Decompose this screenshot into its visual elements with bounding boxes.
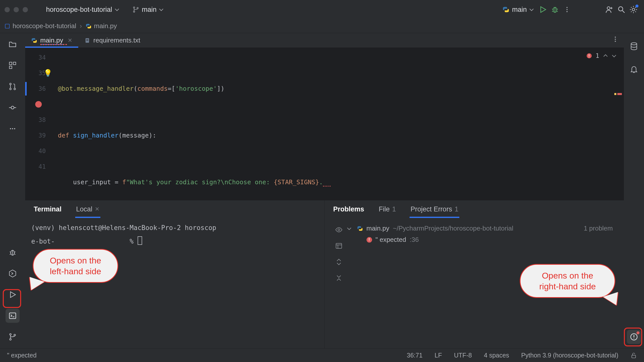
warning-mark	[614, 93, 616, 95]
editor-tab-actions[interactable]	[609, 33, 621, 45]
vcs-tool[interactable]	[6, 330, 20, 344]
run-config-dropdown[interactable]: main	[499, 4, 537, 16]
svg-point-19	[12, 128, 13, 129]
breadcrumb-root-label: horoscope-bot-tutorial	[13, 22, 76, 30]
chevron-down-icon[interactable]	[612, 54, 616, 58]
terminal-line: (venv) helenscott@Helens-MacBook-Pro-2 h…	[31, 221, 318, 235]
structure-icon	[8, 61, 17, 70]
code-with-me[interactable]	[603, 4, 615, 16]
problems-file-node[interactable]: main.py ~/PycharmProjects/horoscope-bot-…	[347, 224, 618, 232]
notifications-tool[interactable]	[627, 62, 641, 76]
code-content[interactable]: @bot.message_handler(commands=['horoscop…	[56, 48, 624, 200]
terminal-tab-primary[interactable]: Terminal	[34, 200, 62, 218]
pull-request-icon	[8, 82, 17, 91]
folder-icon	[8, 40, 17, 49]
layout-icon[interactable]	[335, 242, 343, 250]
problems-tool[interactable]	[627, 330, 641, 344]
commit-tool[interactable]	[6, 101, 20, 115]
lock-open-icon[interactable]	[630, 352, 637, 359]
right-tool-rail	[624, 33, 644, 348]
problems-tab-badge: 1	[392, 205, 396, 213]
svg-point-34	[631, 43, 637, 45]
close-icon[interactable]: ✕	[95, 206, 99, 212]
ellipsis-icon	[9, 125, 16, 132]
error-badge	[636, 331, 639, 334]
traffic-close[interactable]	[5, 7, 10, 12]
project-tool[interactable]	[6, 37, 20, 51]
chevron-down-icon	[159, 7, 164, 12]
breadcrumb-separator: ›	[80, 22, 82, 30]
problems-tab-primary[interactable]: Problems	[333, 200, 364, 218]
main-toolbar: horoscope-bot-tutorial main main	[0, 0, 644, 19]
commit-icon	[8, 103, 17, 112]
problems-file-path: ~/PycharmProjects/horoscope-bot-tutorial	[393, 224, 513, 232]
svg-point-17	[11, 106, 14, 109]
settings[interactable]	[627, 4, 639, 16]
chevron-up-icon[interactable]	[603, 54, 608, 58]
editor-tab-requirements[interactable]: requirements.txt	[78, 33, 146, 48]
error-icon: !	[367, 237, 372, 243]
more-actions[interactable]	[561, 4, 573, 16]
problems-tab-file[interactable]: File 1	[379, 200, 396, 218]
traffic-max[interactable]	[23, 7, 28, 12]
terminal-content[interactable]: (venv) helenscott@Helens-MacBook-Pro-2 h…	[25, 218, 325, 348]
svg-rect-33	[336, 243, 342, 248]
play-icon	[8, 290, 17, 299]
code-editor[interactable]: ! 1 34 💡35 36 38 39 40 41 @bot.message	[25, 48, 624, 200]
more-tools[interactable]	[6, 122, 20, 136]
breadcrumb-root[interactable]: horoscope-bot-tutorial	[5, 22, 76, 30]
problems-tab-label: File	[379, 205, 390, 213]
status-interpreter[interactable]: Python 3.9 (horoscope-bot-tutorial)	[521, 352, 618, 359]
problems-file-name: main.py	[367, 224, 389, 232]
status-indent[interactable]: 4 spaces	[484, 352, 509, 359]
eye-icon[interactable]	[335, 226, 343, 234]
close-icon[interactable]: ✕	[68, 37, 72, 44]
collapse-icon[interactable]	[335, 274, 343, 282]
run-button[interactable]	[537, 4, 549, 16]
database-tool[interactable]	[627, 39, 641, 53]
status-line-sep[interactable]: LF	[435, 352, 442, 359]
problems-item-msg: " expected	[376, 236, 406, 244]
kebab-icon	[612, 36, 619, 43]
annotation-callout-left: Opens on the left-hand side	[33, 249, 118, 283]
svg-rect-11	[9, 62, 12, 65]
vcs-branch-dropdown[interactable]: main	[129, 4, 167, 16]
line-number: 39	[25, 128, 56, 143]
project-dropdown[interactable]: horoscope-bot-tutorial	[43, 4, 122, 16]
status-encoding[interactable]: UTF-8	[454, 352, 472, 359]
project-name-label: horoscope-bot-tutorial	[46, 6, 112, 14]
pull-requests-tool[interactable]	[6, 79, 20, 94]
search-everywhere[interactable]	[615, 4, 627, 16]
debug-button[interactable]	[549, 4, 561, 16]
module-icon	[5, 23, 10, 29]
cursor	[138, 236, 142, 245]
error-stripe[interactable]	[614, 93, 623, 100]
error-mark	[617, 93, 622, 95]
problems-tabs: Problems File 1 Project Errors 1	[325, 200, 624, 218]
svg-point-20	[14, 128, 15, 129]
terminal-tab-local[interactable]: Local ✕	[76, 200, 100, 218]
error-squiggle	[40, 44, 68, 45]
inspection-widget[interactable]: ! 1	[585, 51, 618, 60]
run-tool[interactable]	[6, 288, 20, 302]
debug-tool[interactable]	[6, 245, 20, 259]
svg-point-15	[10, 88, 11, 90]
status-message[interactable]: " expected	[7, 352, 36, 359]
line-number: 💡35	[25, 65, 56, 81]
editor-tab-main[interactable]: main.py ✕	[25, 33, 78, 48]
problems-item[interactable]: ! " expected :36	[347, 236, 618, 244]
svg-point-7	[607, 7, 610, 10]
problems-tab-label: Project Errors	[411, 205, 452, 213]
traffic-min[interactable]	[14, 7, 19, 12]
left-tool-rail	[0, 33, 25, 348]
breadcrumb-file[interactable]: main.py	[86, 22, 117, 30]
user-plus-icon	[605, 5, 614, 14]
python-console-tool[interactable]	[6, 266, 20, 281]
structure-tool[interactable]	[6, 58, 20, 72]
problems-tab-project[interactable]: Project Errors 1	[411, 200, 458, 218]
gutter[interactable]: 34 💡35 36 38 39 40 41	[25, 48, 56, 200]
intention-bulb-icon[interactable]: 💡	[44, 65, 52, 81]
expand-icon[interactable]	[335, 258, 343, 266]
status-caret-pos[interactable]: 36:71	[407, 352, 423, 359]
terminal-tool[interactable]	[6, 309, 20, 323]
